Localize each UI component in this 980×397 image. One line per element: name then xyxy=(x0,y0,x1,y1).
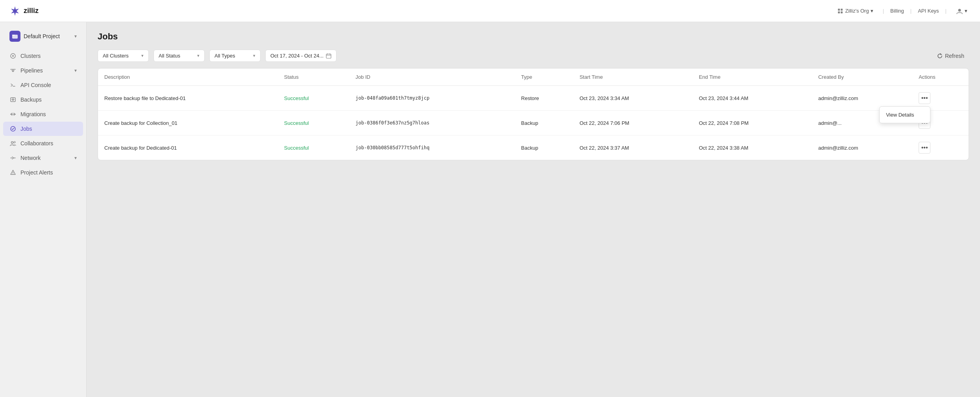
col-start-time: Start Time xyxy=(573,69,692,86)
svg-point-10 xyxy=(11,142,13,144)
sidebar-item-label-api-console: API Console xyxy=(20,82,51,88)
filters-row: All Clusters ▾ All Status ▾ All Types ▾ … xyxy=(98,50,969,62)
cell-description: Create backup for Collection_01 xyxy=(98,111,278,135)
table-body: Restore backup file to Dedicated-01 Succ… xyxy=(98,86,969,160)
sidebar-item-clusters[interactable]: Clusters xyxy=(3,49,83,63)
top-nav: zilliz Zilliz's Org ▾ | Billing | API Ke… xyxy=(0,0,980,22)
cell-description: Create backup for Dedicated-01 xyxy=(98,135,278,160)
sidebar-item-label-clusters: Clusters xyxy=(20,53,41,59)
types-filter[interactable]: All Types ▾ xyxy=(209,50,261,62)
clusters-filter[interactable]: All Clusters ▾ xyxy=(98,50,149,62)
table-row: Restore backup file to Dedicated-01 Succ… xyxy=(98,86,969,111)
refresh-button[interactable]: Refresh xyxy=(932,50,969,62)
col-end-time: End Time xyxy=(693,69,812,86)
project-name: Default Project xyxy=(24,33,71,39)
user-menu-button[interactable]: ▾ xyxy=(953,6,971,16)
sidebar-item-label-network: Network xyxy=(20,155,41,161)
logo: zilliz xyxy=(9,6,39,17)
logo-text: zilliz xyxy=(24,7,39,15)
svg-rect-3 xyxy=(841,11,843,13)
clusters-filter-chevron-icon: ▾ xyxy=(141,53,144,58)
sidebar-item-label-backups: Backups xyxy=(20,96,42,103)
svg-point-11 xyxy=(14,141,15,143)
row-actions-button[interactable]: ••• xyxy=(919,142,930,154)
sidebar-item-network[interactable]: Network ▾ xyxy=(3,151,83,165)
nav-divider-3: | xyxy=(945,8,947,14)
org-chevron-icon: ▾ xyxy=(871,8,873,14)
sidebar-item-project-alerts[interactable]: Project Alerts xyxy=(3,165,83,180)
status-filter[interactable]: All Status ▾ xyxy=(153,50,205,62)
api-keys-link[interactable]: API Keys xyxy=(918,8,939,14)
types-filter-label: All Types xyxy=(214,53,235,59)
project-folder-icon xyxy=(12,33,18,39)
sidebar-item-pipelines[interactable]: Pipelines ▾ xyxy=(3,63,83,78)
sidebar-item-backups[interactable]: Backups xyxy=(3,93,83,107)
row-actions-button[interactable]: ••• xyxy=(919,92,930,104)
date-range-filter[interactable]: Oct 17, 2024 - Oct 24... xyxy=(265,50,337,62)
svg-rect-2 xyxy=(838,11,840,13)
view-details-menu-item[interactable]: View Details xyxy=(880,108,930,121)
cell-job-id: job-0386f0f3e637nz5g7hloas xyxy=(349,111,515,135)
cell-start-time: Oct 23, 2024 3:34 AM xyxy=(573,86,692,111)
status-filter-label: All Status xyxy=(159,53,180,59)
col-description: Description xyxy=(98,69,278,86)
svg-rect-0 xyxy=(838,9,840,11)
cell-job-id: job-030bb08585d777t5ohfihq xyxy=(349,135,515,160)
cell-description: Restore backup file to Dedicated-01 xyxy=(98,86,278,111)
api-console-icon xyxy=(9,82,17,89)
backups-icon xyxy=(9,96,17,103)
svg-rect-13 xyxy=(326,54,331,58)
jobs-table-container: Description Status Job ID Type Start Tim… xyxy=(98,68,969,160)
calendar-icon xyxy=(326,53,331,59)
ellipsis-icon: ••• xyxy=(921,95,928,102)
sidebar-item-collaborators[interactable]: Collaborators xyxy=(3,136,83,150)
cell-end-time: Oct 22, 2024 3:38 AM xyxy=(693,135,812,160)
jobs-icon xyxy=(9,125,17,132)
refresh-icon xyxy=(937,53,943,59)
sidebar: Default Project ▾ Clusters Pipelines ▾ xyxy=(0,22,87,397)
cell-status: Successful xyxy=(278,86,349,111)
cell-status: Successful xyxy=(278,135,349,160)
pipelines-chevron-icon: ▾ xyxy=(74,68,77,73)
sidebar-item-label-pipelines: Pipelines xyxy=(20,67,43,74)
context-menu: View Details xyxy=(879,106,930,123)
main-content: Jobs All Clusters ▾ All Status ▾ All Typ… xyxy=(87,22,980,397)
status-filter-chevron-icon: ▾ xyxy=(197,53,200,58)
table-row: Create backup for Dedicated-01 Successfu… xyxy=(98,135,969,160)
table-row: Create backup for Collection_01 Successf… xyxy=(98,111,969,135)
status-badge: Successful xyxy=(284,95,309,101)
network-chevron-icon: ▾ xyxy=(74,155,77,161)
top-nav-right: Zilliz's Org ▾ | Billing | API Keys | ▾ xyxy=(834,6,971,16)
zilliz-logo-icon xyxy=(9,6,20,17)
org-icon xyxy=(837,8,843,14)
sidebar-item-label-migrations: Migrations xyxy=(20,111,46,117)
clusters-icon xyxy=(9,52,17,59)
svg-rect-1 xyxy=(841,9,843,11)
col-type: Type xyxy=(515,69,573,86)
col-job-id: Job ID xyxy=(349,69,515,86)
nav-divider-1: | xyxy=(883,8,884,14)
svg-point-4 xyxy=(958,9,961,11)
sidebar-item-jobs[interactable]: Jobs xyxy=(3,122,83,136)
cell-job-id: job-048fa09a601th7tmyz8jcp xyxy=(349,86,515,111)
cell-type: Restore xyxy=(515,86,573,111)
page-title: Jobs xyxy=(98,32,969,42)
sidebar-item-label-project-alerts: Project Alerts xyxy=(20,169,53,176)
pipelines-icon xyxy=(9,67,17,74)
status-badge: Successful xyxy=(284,120,309,126)
table-header: Description Status Job ID Type Start Tim… xyxy=(98,69,969,86)
sidebar-item-api-console[interactable]: API Console xyxy=(3,78,83,92)
types-filter-chevron-icon: ▾ xyxy=(253,53,255,58)
cell-type: Backup xyxy=(515,111,573,135)
cell-created-by: admin@zilliz.com xyxy=(812,135,912,160)
org-selector[interactable]: Zilliz's Org ▾ xyxy=(834,6,876,16)
cell-end-time: Oct 22, 2024 7:08 PM xyxy=(693,111,812,135)
date-range-label: Oct 17, 2024 - Oct 24... xyxy=(270,53,324,59)
project-icon xyxy=(9,31,20,42)
project-selector[interactable]: Default Project ▾ xyxy=(3,27,83,46)
cell-end-time: Oct 23, 2024 3:44 AM xyxy=(693,86,812,111)
sidebar-item-migrations[interactable]: Migrations xyxy=(3,107,83,121)
billing-link[interactable]: Billing xyxy=(890,8,904,14)
col-status: Status xyxy=(278,69,349,86)
user-chevron-icon: ▾ xyxy=(965,8,967,14)
